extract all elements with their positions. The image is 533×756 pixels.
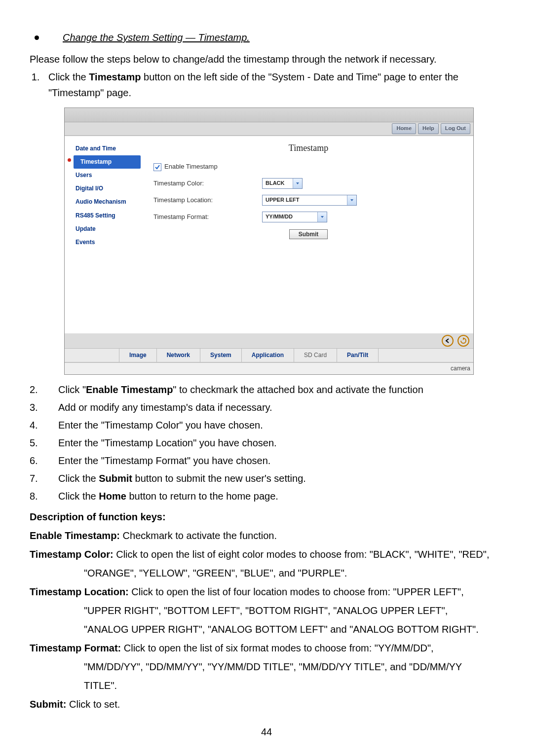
checkmark-icon: [154, 164, 160, 170]
sidebar-item-timestamp[interactable]: Timestamp: [74, 155, 141, 169]
color-select[interactable]: BLACK: [262, 178, 303, 189]
bottom-tabs: Image Network System Application SD Card…: [65, 348, 473, 362]
step-num-4: 4.: [30, 417, 44, 433]
svg-marker-3: [463, 337, 464, 340]
logout-button[interactable]: Log Out: [441, 123, 470, 134]
help-button[interactable]: Help: [418, 123, 439, 134]
enable-timestamp-checkbox[interactable]: [153, 163, 161, 171]
location-select-value: UPPER LEFT: [263, 196, 347, 205]
svg-marker-1: [350, 199, 353, 201]
chevron-down-icon: [347, 195, 356, 205]
step-num-5: 5.: [30, 435, 44, 451]
tab-pantilt[interactable]: Pan/Tilt: [337, 349, 379, 362]
sidebar-item-rs485[interactable]: RS485 Setting: [74, 209, 141, 222]
bottom-iconbar: [65, 333, 473, 348]
step-4: Enter the "Timestamp Color" you have cho…: [44, 417, 503, 433]
func-submit: Submit: Click to set.: [30, 696, 503, 712]
color-label: Timestamp Color:: [153, 179, 252, 189]
tab-network[interactable]: Network: [157, 349, 200, 362]
footer-camera-label: camera: [65, 362, 473, 374]
step-6: Enter the "Timestamp Format" you have ch…: [44, 453, 503, 468]
step-1: Click the Timestamp button on the left s…: [42, 69, 503, 101]
step-3: Add or modify any timestamp's data if ne…: [44, 399, 503, 415]
step-num-3: 3.: [30, 399, 44, 415]
steps-list: 2. Click "Enable Timestamp" to checkmark…: [30, 382, 503, 504]
page-number: 44: [30, 724, 503, 740]
step-1-bold: Timestamp: [89, 72, 141, 82]
tab-system[interactable]: System: [200, 349, 242, 362]
func-format-2: "MM/DD/YY", "DD/MM/YY", "YY/MM/DD TITLE"…: [84, 659, 503, 675]
timestamp-form: Enable Timestamp Timestamp Color: BLACK …: [144, 162, 473, 222]
func-color: Timestamp Color: Click to open the list …: [30, 546, 503, 562]
format-select-value: YY/MM/DD: [263, 213, 317, 221]
intro-text: Please follow the steps below to change/…: [30, 51, 503, 67]
tab-image[interactable]: Image: [119, 349, 157, 362]
main-pane: Timestamp Enable Timestamp Timestamp Col…: [144, 136, 473, 333]
section-heading-row: Change the System Setting — Timestamp.: [30, 30, 503, 45]
refresh-icon[interactable]: [457, 335, 469, 347]
step-num-2: 2.: [30, 382, 44, 397]
sidebar-item-audio[interactable]: Audio Mechanism: [74, 195, 141, 209]
tab-sdcard[interactable]: SD Card: [294, 349, 337, 362]
back-icon[interactable]: [442, 335, 454, 347]
svg-marker-2: [321, 216, 324, 218]
func-format: Timestamp Format: Click to open the list…: [30, 640, 503, 656]
chevron-down-icon: [293, 179, 302, 188]
sidebar-item-date-time[interactable]: Date and Time: [74, 142, 141, 155]
step-8: Click the Home button to return to the h…: [44, 488, 503, 504]
top-nav: Home Help Log Out: [65, 122, 473, 136]
step-1-list: Click the Timestamp button on the left s…: [30, 69, 503, 101]
window-titlebar: [65, 108, 473, 122]
sidebar-item-digital-io[interactable]: Digital I/O: [74, 182, 141, 195]
home-button[interactable]: Home: [392, 123, 416, 134]
format-select[interactable]: YY/MM/DD: [262, 212, 327, 222]
step-num-7: 7.: [30, 470, 44, 486]
func-location: Timestamp Location: Click to open the li…: [30, 584, 503, 600]
sidebar-item-update[interactable]: Update: [74, 222, 141, 236]
step-5: Enter the "Timestamp Location" you have …: [44, 435, 503, 451]
step-num-8: 8.: [30, 488, 44, 504]
function-keys-heading: Description of function keys:: [30, 509, 503, 525]
sidebar: Date and Time Timestamp Users Digital I/…: [65, 136, 144, 333]
location-label: Timestamp Location:: [153, 195, 252, 206]
func-location-2: "UPPER RIGHT", "BOTTOM LEFT", "BOTTOM RI…: [84, 603, 503, 618]
svg-marker-0: [296, 182, 299, 184]
tab-application[interactable]: Application: [242, 349, 294, 362]
location-select[interactable]: UPPER LEFT: [262, 195, 357, 206]
func-format-3: TITLE".: [84, 678, 503, 693]
func-enable: Enable Timestamp: Checkmark to activate …: [30, 528, 503, 543]
enable-timestamp-label: Enable Timestamp: [164, 162, 218, 172]
step-1-prefix: Click the: [48, 72, 89, 82]
color-select-value: BLACK: [263, 179, 293, 188]
step-2: Click "Enable Timestamp" to checkmark th…: [44, 382, 503, 397]
step-num-6: 6.: [30, 453, 44, 468]
func-location-3: "ANALOG UPPER RIGHT", "ANALOG BOTTOM LEF…: [84, 621, 503, 637]
func-color-2: "ORANGE", "YELLOW", "GREEN", "BLUE", and…: [84, 565, 503, 581]
sidebar-item-users[interactable]: Users: [74, 169, 141, 182]
section-heading: Change the System Setting — Timestamp.: [63, 30, 250, 45]
chevron-down-icon: [317, 212, 327, 222]
pane-title: Timestamp: [144, 136, 473, 162]
format-label: Timestamp Format:: [153, 212, 252, 222]
sidebar-item-events[interactable]: Events: [74, 236, 141, 249]
submit-button[interactable]: Submit: [289, 229, 328, 239]
ui-screenshot: Home Help Log Out Date and Time Timestam…: [64, 108, 474, 375]
step-7: Click the Submit button to submit the ne…: [44, 470, 503, 486]
document-page: Change the System Setting — Timestamp. P…: [0, 0, 533, 750]
bullet-icon: [35, 36, 39, 40]
